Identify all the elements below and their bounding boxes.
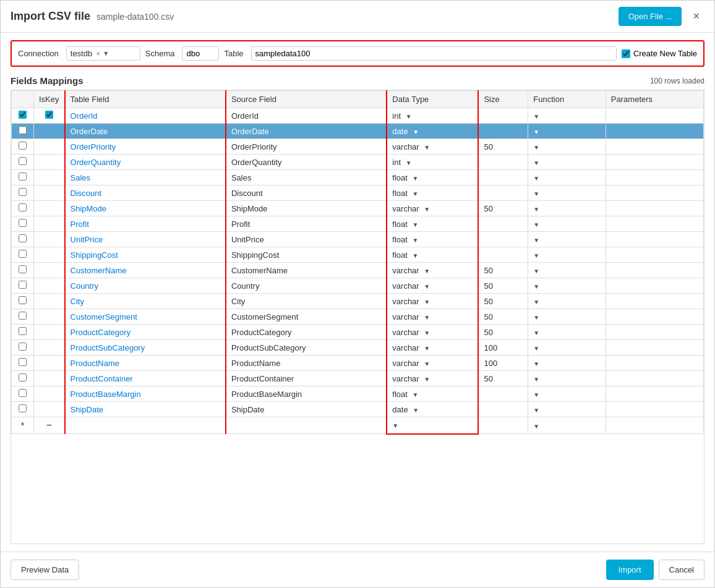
row-checkbox[interactable] (19, 203, 27, 211)
row-checkbox[interactable] (19, 358, 27, 366)
datatype-dropdown-arrow[interactable]: ▼ (424, 345, 430, 352)
close-button[interactable]: × (688, 7, 704, 25)
datatype-dropdown-arrow[interactable]: ▼ (413, 407, 419, 414)
iskey-checkbox[interactable] (45, 111, 53, 119)
table-field-link[interactable]: Sales (71, 173, 91, 182)
function-dropdown-arrow[interactable]: ▼ (533, 299, 539, 305)
schema-field: dbo (182, 46, 219, 61)
row-checkbox[interactable] (19, 327, 27, 335)
function-dropdown-arrow[interactable]: ▼ (533, 206, 539, 213)
table-field-link[interactable]: ProductCategory (71, 328, 131, 337)
parameters-cell (606, 124, 703, 139)
function-dropdown-arrow[interactable]: ▼ (533, 345, 539, 352)
datatype-dropdown-arrow[interactable]: ▼ (424, 360, 430, 367)
minus-cell[interactable]: − (34, 417, 65, 434)
table-field-link[interactable]: Country (71, 281, 99, 291)
function-cell-last[interactable]: ▼ (528, 417, 606, 434)
row-checkbox[interactable] (19, 389, 27, 397)
row-checkbox[interactable] (19, 296, 27, 304)
row-checkbox[interactable] (19, 265, 27, 273)
create-new-table-checkbox[interactable] (622, 49, 630, 58)
datatype-dropdown-arrow[interactable]: ▼ (413, 221, 419, 228)
datatype-dropdown-arrow[interactable]: ▼ (413, 391, 419, 398)
row-checkbox[interactable] (19, 126, 27, 134)
parameters-cell (606, 340, 703, 356)
table-field-link[interactable]: ProductSubCategory (71, 343, 145, 352)
datatype-dropdown-arrow[interactable]: ▼ (413, 237, 419, 244)
row-checkbox[interactable] (19, 404, 27, 412)
datatype-dropdown-arrow[interactable]: ▼ (424, 299, 430, 305)
datatype-dropdown-arrow[interactable]: ▼ (406, 160, 412, 166)
datatype-dropdown-arrow[interactable]: ▼ (424, 206, 430, 213)
function-dropdown-arrow[interactable]: ▼ (533, 144, 539, 151)
datatype-dropdown-arrow[interactable]: ▼ (413, 190, 419, 197)
function-dropdown-arrow[interactable]: ▼ (533, 360, 539, 367)
datatype-dropdown-arrow[interactable]: ▼ (424, 268, 430, 275)
datatype-dropdown-arrow[interactable]: ▼ (424, 283, 430, 290)
table-field-link[interactable]: CustomerName (71, 266, 127, 275)
preview-data-button[interactable]: Preview Data (11, 560, 79, 580)
open-file-button[interactable]: Open File ... (619, 7, 682, 26)
row-checkbox[interactable] (19, 312, 27, 320)
data-type-cell-last[interactable]: ▼ (387, 417, 478, 434)
row-checkbox[interactable] (19, 173, 27, 181)
row-checkbox[interactable] (19, 343, 27, 351)
table-field-link[interactable]: ShipDate (71, 405, 103, 414)
table-field-link[interactable]: ProductContainer (71, 374, 133, 383)
row-checkbox[interactable] (19, 157, 27, 165)
function-dropdown-arrow[interactable]: ▼ (533, 391, 539, 398)
datatype-dropdown-arrow[interactable]: ▼ (413, 252, 419, 259)
datatype-dropdown-arrow[interactable]: ▼ (424, 330, 430, 336)
datatype-dropdown-arrow-last[interactable]: ▼ (392, 422, 398, 429)
function-dropdown-arrow[interactable]: ▼ (533, 175, 539, 182)
function-dropdown-arrow[interactable]: ▼ (533, 376, 539, 383)
function-dropdown-arrow[interactable]: ▼ (533, 252, 539, 259)
table-field-link[interactable]: OrderPriority (71, 142, 116, 151)
table-field-cell-last[interactable] (65, 417, 226, 434)
table-field-link[interactable]: CustomerSegment (71, 312, 137, 322)
function-dropdown-arrow[interactable]: ▼ (533, 330, 539, 336)
row-checkbox[interactable] (19, 188, 27, 196)
function-dropdown-arrow[interactable]: ▼ (533, 407, 539, 414)
datatype-dropdown-arrow[interactable]: ▼ (413, 129, 419, 135)
connection-dropdown-arrow[interactable]: ▼ (103, 50, 109, 57)
function-dropdown-arrow[interactable]: ▼ (533, 237, 539, 244)
table-field-link[interactable]: OrderId (71, 111, 98, 121)
datatype-dropdown-arrow[interactable]: ▼ (424, 314, 430, 321)
datatype-dropdown-arrow[interactable]: ▼ (413, 175, 419, 182)
function-dropdown-arrow[interactable]: ▼ (533, 129, 539, 135)
row-checkbox[interactable] (19, 142, 27, 150)
datatype-dropdown-arrow[interactable]: ▼ (424, 144, 430, 151)
table-field-link[interactable]: ProductName (71, 359, 119, 368)
function-dropdown-arrow[interactable]: ▼ (533, 113, 539, 120)
table-field-link[interactable]: OrderQuantity (71, 158, 121, 167)
function-dropdown-arrow-last[interactable]: ▼ (533, 423, 539, 430)
function-dropdown-arrow[interactable]: ▼ (533, 268, 539, 275)
table-field-link[interactable]: OrderDate (71, 127, 108, 136)
datatype-dropdown-arrow[interactable]: ▼ (424, 376, 430, 383)
table-field-link[interactable]: ShippingCost (71, 250, 118, 260)
table-field-link[interactable]: ProductBaseMargin (71, 390, 141, 399)
datatype-dropdown-arrow[interactable]: ▼ (406, 113, 412, 120)
table-field-link[interactable]: City (71, 297, 84, 306)
connection-label: Connection (18, 49, 59, 58)
function-dropdown-arrow[interactable]: ▼ (533, 283, 539, 290)
table-field-link[interactable]: UnitPrice (71, 235, 103, 244)
table-field-link[interactable]: Discount (71, 189, 102, 198)
function-dropdown-arrow[interactable]: ▼ (533, 314, 539, 321)
table-field-link[interactable]: Profit (71, 219, 89, 229)
row-checkbox[interactable] (19, 111, 27, 119)
connection-clear-button[interactable]: × (96, 49, 100, 58)
row-checkbox[interactable] (19, 281, 27, 289)
import-button[interactable]: Import (606, 560, 654, 580)
function-dropdown-arrow[interactable]: ▼ (533, 160, 539, 166)
function-dropdown-arrow[interactable]: ▼ (533, 190, 539, 197)
table-field-link[interactable]: ShipMode (71, 204, 107, 213)
cancel-button[interactable]: Cancel (659, 560, 704, 580)
star-cell: * (12, 417, 34, 434)
row-checkbox[interactable] (19, 219, 27, 227)
function-dropdown-arrow[interactable]: ▼ (533, 221, 539, 228)
row-checkbox[interactable] (19, 373, 27, 381)
row-checkbox[interactable] (19, 234, 27, 242)
row-checkbox[interactable] (19, 250, 27, 258)
